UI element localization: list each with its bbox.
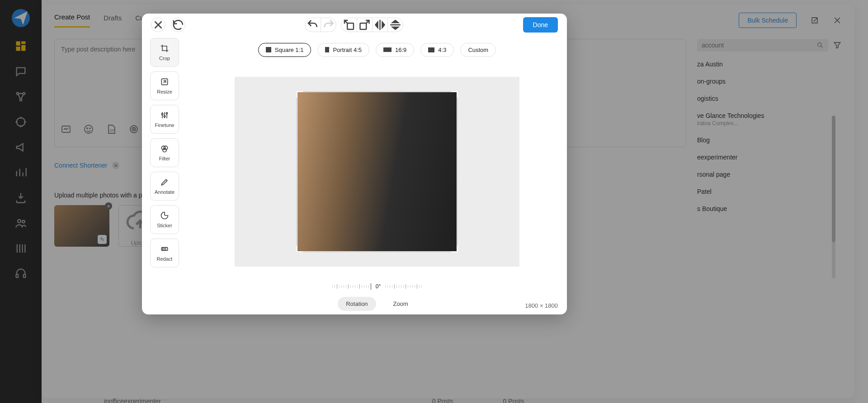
- tool-finetune[interactable]: Finetune: [150, 105, 179, 134]
- annotate-icon: [160, 178, 169, 187]
- tool-label: Sticker: [157, 223, 172, 228]
- tool-label: Crop: [159, 56, 170, 61]
- svg-point-29: [163, 148, 166, 152]
- tool-resize[interactable]: Resize: [150, 71, 179, 100]
- image-editor-modal: Done Crop Resize Finetune Filter Annotat: [142, 14, 567, 314]
- rotation-degree-label: 0°: [376, 283, 381, 290]
- sticker-icon: [160, 211, 169, 220]
- svg-rect-21: [348, 23, 354, 29]
- editor-bottom-bar: Rotation Zoom 1800 × 1800: [187, 293, 567, 314]
- resize-icon: [160, 77, 169, 86]
- transform-group: [341, 18, 403, 32]
- editor-revert-icon[interactable]: [171, 18, 185, 32]
- tool-rail: Crop Resize Finetune Filter Annotate Sti…: [142, 36, 187, 314]
- ratio-square[interactable]: Square 1:1: [258, 43, 311, 57]
- svg-point-25: [164, 116, 165, 117]
- rotate-left-icon[interactable]: [341, 18, 357, 32]
- rotate-right-icon[interactable]: [357, 18, 372, 32]
- filter-tool-icon: [160, 144, 169, 153]
- tool-sticker[interactable]: Sticker: [150, 205, 179, 234]
- editor-toolbar: Done: [142, 14, 567, 36]
- tool-label: Finetune: [155, 122, 175, 128]
- tool-label: Resize: [157, 89, 172, 94]
- flip-vertical-icon[interactable]: [387, 18, 403, 32]
- svg-rect-22: [360, 23, 367, 29]
- tool-filter[interactable]: Filter: [150, 138, 179, 167]
- tool-redact[interactable]: Redact: [150, 239, 179, 267]
- tool-label: Filter: [159, 156, 170, 161]
- editor-close-icon[interactable]: [151, 18, 165, 32]
- tool-crop[interactable]: Crop: [150, 38, 179, 67]
- crop-handle-bl[interactable]: [297, 246, 303, 252]
- tool-label: Redact: [157, 256, 173, 262]
- flip-horizontal-icon[interactable]: [372, 18, 387, 32]
- crop-handle-br[interactable]: [451, 246, 458, 252]
- mode-zoom[interactable]: Zoom: [385, 297, 416, 311]
- finetune-icon: [160, 111, 169, 120]
- crop-frame[interactable]: [297, 92, 457, 252]
- crop-handle-tr[interactable]: [451, 91, 458, 98]
- ratio-4-3[interactable]: 4:3: [420, 43, 454, 57]
- tool-label: Annotate: [155, 189, 175, 195]
- done-button[interactable]: Done: [523, 17, 558, 33]
- redo-icon: [321, 18, 336, 32]
- rotation-scale[interactable]: 0°: [187, 280, 567, 293]
- svg-point-26: [166, 112, 167, 114]
- ratio-custom[interactable]: Custom: [460, 43, 496, 57]
- crop-icon: [160, 44, 169, 53]
- mode-rotation[interactable]: Rotation: [338, 297, 376, 311]
- aspect-ratio-bar: Square 1:1 Portrait 4:5 16:9 4:3 Custom: [187, 36, 567, 63]
- redact-icon: [160, 244, 169, 253]
- history-group: [305, 18, 336, 32]
- tool-annotate[interactable]: Annotate: [150, 172, 179, 201]
- undo-icon[interactable]: [305, 18, 321, 32]
- ratio-portrait[interactable]: Portrait 4:5: [317, 43, 369, 57]
- ratio-16-9[interactable]: 16:9: [376, 43, 414, 57]
- image-dimensions: 1800 × 1800: [525, 302, 558, 309]
- crop-handle-tl[interactable]: [297, 91, 303, 98]
- canvas-backplate: [235, 77, 519, 267]
- svg-point-24: [161, 113, 163, 115]
